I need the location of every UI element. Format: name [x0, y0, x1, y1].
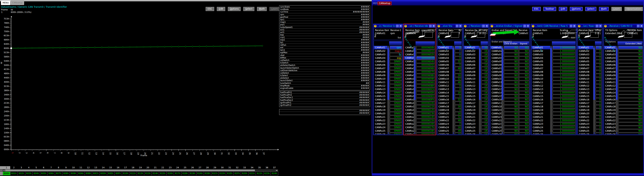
rx-name-cell[interactable]: CANRx09 — [438, 74, 452, 77]
rx-value-cell[interactable]: 16 — [482, 60, 488, 63]
rx-name-cell[interactable]: CANRx08 — [604, 70, 616, 74]
rx-value-cell[interactable]: NO — [618, 116, 643, 119]
rx-value-cell[interactable]: 00000605h — [416, 63, 435, 66]
rx-name-cell[interactable]: CANRx19 — [578, 108, 593, 112]
rx-value-cell[interactable]: NO — [618, 105, 643, 108]
frame-value-cell[interactable]: 614h — [152, 172, 159, 176]
rx-value-cell[interactable]: NO — [618, 63, 643, 66]
rx-value-cell[interactable]: NO — [504, 91, 519, 94]
rx-name-cell[interactable]: CANRx14 — [404, 91, 414, 94]
frame-value-cell[interactable]: 61Bh — [204, 172, 212, 176]
rx-value-cell[interactable]: NO — [519, 67, 529, 70]
rx-value-cell[interactable]: NO — [504, 81, 519, 84]
rx-name-cell[interactable]: CANRx16 — [404, 98, 414, 101]
rx-value-cell[interactable]: 00000606h — [416, 67, 435, 70]
rx-value-cell[interactable]: NO — [618, 84, 643, 87]
rx-name-cell[interactable]: CANRx05 — [490, 60, 502, 63]
rx-value-cell[interactable]: 16 — [482, 105, 488, 108]
rx-name-cell[interactable]: CANRx17 — [438, 101, 452, 105]
rx-value-cell[interactable]: NO — [618, 133, 643, 134]
rx-value-cell[interactable]: 1.000000000 — [553, 88, 576, 91]
rx-value-cell[interactable]: SPARE — [390, 77, 402, 80]
dialog-scrollbar[interactable]: ▲▼ — [550, 46, 552, 134]
scroll-down-icon[interactable]: ▼ — [616, 132, 618, 134]
rx-value-cell[interactable]: NO — [618, 95, 643, 98]
rx-value-cell[interactable]: SPARE — [390, 91, 402, 94]
help-icon[interactable]: ? — [604, 25, 607, 27]
rx-value-cell[interactable]: 1.000000000 — [553, 67, 576, 70]
rx-name-cell[interactable]: CANRx05 — [532, 60, 550, 63]
rx-name-cell[interactable]: CANRx03 — [578, 53, 593, 56]
rx-value-cell[interactable]: SPARE — [390, 105, 402, 108]
frame-value-cell[interactable]: 610h — [122, 172, 130, 176]
rx-value-cell[interactable]: 1.000000000 — [553, 122, 576, 126]
options-button[interactable]: Options — [570, 7, 582, 11]
rx-name-cell[interactable]: CANRx15 — [404, 94, 414, 98]
rx-value-cell[interactable]: NO — [519, 60, 529, 63]
rx-name-cell[interactable]: CANRx25 — [464, 129, 479, 133]
parameter-row[interactable]: ppsFinal##### — [280, 16, 370, 18]
rx-name-cell[interactable]: CANRx15 — [438, 94, 452, 98]
rx-value-cell[interactable]: SPARE — [390, 70, 402, 73]
parameter-row[interactable]: limpMode##### — [280, 84, 370, 87]
rx-name-cell[interactable]: CANRx02 — [404, 49, 414, 53]
rx-value-cell[interactable]: 1.000000000 — [553, 102, 576, 105]
frame-number-cell[interactable]: 31 — [226, 166, 234, 169]
rx-value-cell[interactable]: SPARE — [390, 129, 402, 132]
rx-value-cell[interactable]: NO — [618, 60, 643, 63]
rx-name-cell[interactable]: CANRx15 — [604, 94, 616, 98]
rx-name-cell[interactable]: CANRx16 — [464, 98, 479, 101]
rx-value-cell[interactable]: 0000060Bh — [416, 84, 435, 87]
rx-value-cell[interactable]: NO — [504, 60, 519, 63]
scrollbar-thumb[interactable] — [616, 48, 618, 100]
rx-value-cell[interactable]: 16 — [482, 129, 488, 132]
parameter-row[interactable]: alsSelect##### — [280, 77, 370, 79]
rx-name-cell[interactable]: CANRx24 — [490, 126, 502, 129]
scroll-up-icon[interactable]: ▲ — [479, 46, 481, 48]
rx-value-cell[interactable]: 32 — [455, 77, 462, 80]
rx-value-cell[interactable]: NO — [519, 46, 529, 49]
rx-value-cell[interactable]: 0000060Ch — [416, 88, 435, 91]
rx-value-cell[interactable]: 00000608h — [416, 74, 435, 77]
rx-value-cell[interactable]: 0 — [455, 102, 462, 105]
rx-name-cell[interactable]: CANRx01 — [532, 46, 550, 49]
rx-name-cell[interactable]: CANRx21 — [490, 115, 502, 119]
rx-name-cell[interactable]: CANRx15 — [464, 94, 479, 98]
help-icon[interactable]: ? — [532, 25, 534, 27]
scroll-right-button[interactable]: ▶ — [276, 170, 278, 171]
rx-name-cell[interactable]: CANRx14 — [490, 91, 502, 94]
rx-value-cell[interactable]: NO — [618, 119, 643, 122]
rx-name-cell[interactable]: CANRx14 — [532, 91, 550, 94]
parameter-row[interactable]: act1###### — [280, 31, 370, 33]
rx-name-cell[interactable]: CANRx05 — [604, 60, 616, 63]
rx-name-cell[interactable]: CANRx08 — [532, 70, 550, 74]
frame-number-cell[interactable]: 2 — [10, 166, 18, 169]
dialog-titlebar[interactable]: ?...eceive Endian / SignedX — [490, 24, 530, 28]
rx-value-cell[interactable]: NO — [504, 63, 519, 66]
rx-value-cell[interactable]: NO — [504, 122, 519, 126]
rx-value-cell[interactable]: 0 — [596, 88, 602, 91]
rx-name-cell[interactable]: CANRx26 — [532, 133, 550, 134]
rx-value-cell[interactable]: 0000060Ah — [416, 81, 435, 84]
rx-value-cell[interactable]: 16 — [455, 112, 462, 115]
parameter-row[interactable]: launchSelect##### — [280, 79, 370, 82]
rx-name-cell[interactable]: CANRx17 — [374, 101, 387, 105]
rx-value-cell[interactable]: NO — [504, 129, 519, 132]
rx-name-cell[interactable]: CANRx07 — [374, 67, 387, 70]
rx-name-cell[interactable]: CANRx22 — [490, 119, 502, 122]
rx-name-cell[interactable]: CANRx11 — [438, 81, 452, 84]
parameter-row[interactable]: ###### — [280, 112, 370, 114]
frame-number-cell[interactable]: 25 — [181, 166, 189, 169]
rx-value-cell[interactable]: 0 — [596, 112, 602, 115]
rx-value-cell[interactable]: NO — [504, 126, 519, 129]
parameter-row[interactable]: ect1###### — [280, 28, 370, 31]
rx-value-cell[interactable]: SPARE — [390, 84, 402, 87]
rx-value-cell[interactable]: NO — [504, 53, 519, 56]
rx-value-cell[interactable]: NO — [504, 70, 519, 73]
rx-value-cell[interactable]: 1.000000000 — [553, 109, 576, 112]
rx-value-cell[interactable]: 0 — [596, 46, 602, 49]
frame-number-cell[interactable]: 4 — [25, 166, 33, 169]
rx-name-cell[interactable]: CANRx18 — [604, 105, 616, 108]
frame-number-cell[interactable]: 21 — [152, 166, 159, 169]
rx-value-cell[interactable]: NO — [519, 116, 529, 119]
